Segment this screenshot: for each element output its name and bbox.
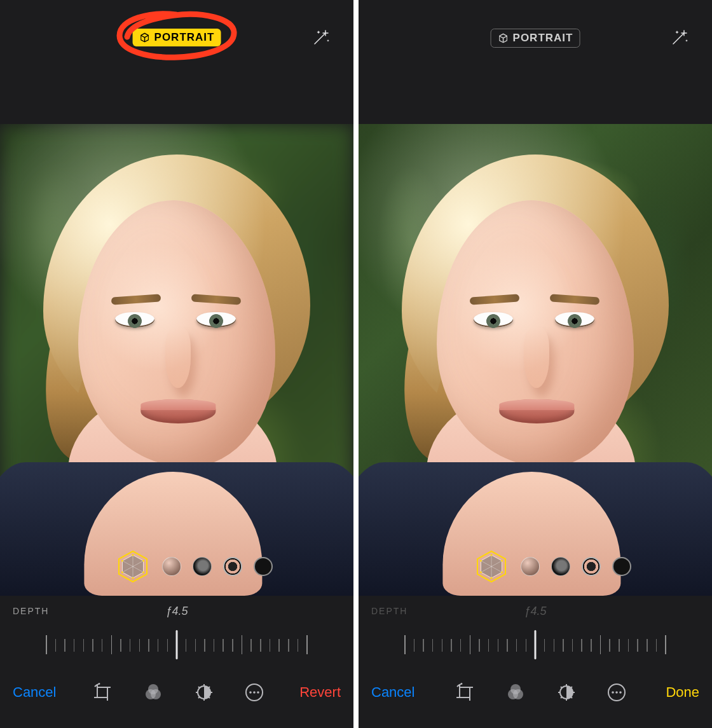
panel-divider xyxy=(353,0,359,728)
svg-point-27 xyxy=(461,683,463,685)
svg-point-33 xyxy=(612,691,614,694)
filters-icon[interactable] xyxy=(142,682,164,703)
revert-button[interactable]: Revert xyxy=(299,684,341,701)
depth-slider[interactable] xyxy=(403,628,668,659)
svg-point-16 xyxy=(253,691,256,694)
adjust-icon[interactable] xyxy=(193,682,215,703)
cube-icon xyxy=(498,32,509,44)
portrait-badge-label: PORTRAIT xyxy=(154,31,215,44)
cube-icon xyxy=(139,32,151,43)
magic-wand-icon[interactable] xyxy=(310,27,332,48)
cancel-button[interactable]: Cancel xyxy=(13,684,56,701)
bottom-toolbar: Cancel Revert xyxy=(0,667,353,728)
lighting-option-contour[interactable] xyxy=(551,557,570,576)
filters-icon[interactable] xyxy=(505,682,526,703)
svg-point-34 xyxy=(615,691,618,694)
lighting-option-stage[interactable] xyxy=(223,557,242,576)
right-screenshot: PORTRAIT xyxy=(359,0,712,728)
portrait-badge[interactable]: PORTRAIT xyxy=(133,29,221,46)
cancel-button[interactable]: Cancel xyxy=(371,684,414,701)
left-screenshot: PORTRAIT xyxy=(0,0,353,728)
lighting-option-studio[interactable] xyxy=(521,557,540,576)
portrait-lighting-options xyxy=(0,549,353,584)
magic-wand-icon[interactable] xyxy=(669,27,690,48)
portrait-badge[interactable]: PORTRAIT xyxy=(491,29,580,48)
more-icon[interactable] xyxy=(606,682,627,703)
crop-rotate-icon[interactable] xyxy=(92,682,113,703)
svg-rect-8 xyxy=(97,687,107,697)
depth-slider[interactable] xyxy=(44,628,309,659)
svg-point-12 xyxy=(148,684,158,694)
depth-label: DEPTH xyxy=(13,606,49,616)
depth-slider-needle xyxy=(176,630,178,659)
depth-slider-needle xyxy=(535,630,537,659)
svg-point-15 xyxy=(249,691,252,694)
lighting-option-stage-mono[interactable] xyxy=(612,557,631,576)
lighting-option-stage-mono[interactable] xyxy=(254,557,273,576)
lighting-option-natural[interactable] xyxy=(115,549,151,584)
top-bar: PORTRAIT xyxy=(359,0,712,124)
portrait-lighting-options xyxy=(359,549,712,584)
svg-point-9 xyxy=(98,683,100,685)
depth-controls: DEPTH ƒ4.5 xyxy=(359,596,712,667)
lighting-option-stage[interactable] xyxy=(582,557,601,576)
bottom-toolbar: Cancel Done xyxy=(359,667,712,728)
lighting-option-studio[interactable] xyxy=(162,557,181,576)
adjust-icon[interactable] xyxy=(556,682,577,703)
portrait-badge-label: PORTRAIT xyxy=(513,32,573,45)
top-bar: PORTRAIT xyxy=(0,0,353,124)
svg-rect-26 xyxy=(460,687,470,697)
svg-point-35 xyxy=(619,691,622,694)
depth-controls: DEPTH ƒ4.5 xyxy=(0,596,353,667)
crop-rotate-icon[interactable] xyxy=(454,682,476,703)
lighting-option-contour[interactable] xyxy=(193,557,212,576)
more-icon[interactable] xyxy=(244,682,264,703)
photo-preview[interactable] xyxy=(359,124,712,596)
svg-point-30 xyxy=(510,684,521,694)
depth-value: ƒ4.5 xyxy=(165,605,188,618)
svg-point-17 xyxy=(257,691,259,694)
depth-label: DEPTH xyxy=(371,606,407,616)
depth-value: ƒ4.5 xyxy=(524,605,546,618)
done-button[interactable]: Done xyxy=(666,684,699,701)
lighting-option-natural[interactable] xyxy=(474,549,509,584)
photo-preview[interactable] xyxy=(0,124,353,596)
